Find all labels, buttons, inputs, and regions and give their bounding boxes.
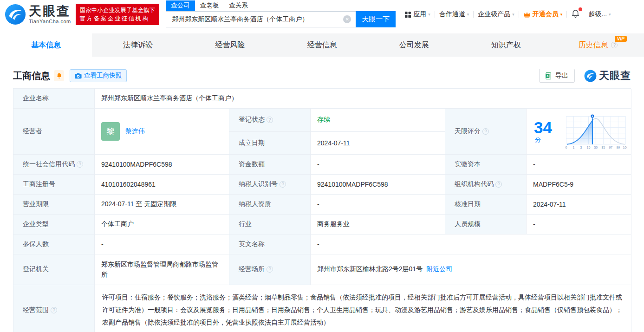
nearby-companies-link[interactable]: 附近公司 [426,265,452,273]
camera-icon [75,73,82,79]
status-badge: 存续 [317,116,330,124]
chevron-down-icon: ▾ [512,12,514,17]
notification-dot [579,7,582,11]
field-value-reg-status: 存续 [311,109,445,132]
help-icon[interactable]: ? [495,181,502,188]
logo-text: 天眼查 TianYanCha.com [29,5,71,24]
snapshot-button-label: 查看工商快照 [84,72,122,80]
tab-history-info[interactable]: VIP 历史信息 ? [552,33,644,57]
vip-badge: VIP [615,36,627,42]
section-title: 工商信息 [13,70,50,82]
search-tab-boss[interactable]: 查老板 [195,0,224,11]
field-value-biz-term: 2024-07-11 至 无固定期限 [95,195,229,215]
field-value-insured-num: - [95,234,229,254]
notifications-bell[interactable] [567,9,584,20]
field-label-reg-no: 工商注册号 [13,175,95,195]
nav-open-vip[interactable]: 开通会员 ▾ [519,10,567,19]
field-value-credit-code: 92410100MADPF6C598 [95,155,229,175]
field-label-credit-code: 统一社会信用代码 ? [13,155,95,175]
nav-super-account[interactable]: 超级... ▾ [584,10,615,19]
field-label-biz-scope: 经营范围 ? [13,285,95,332]
field-value-tyc-score: 34分 [527,109,631,155]
field-value-company-name: 郑州郑东新区顺水兰亭商务酒店（个体工商户） [95,89,631,109]
field-label-est-date: 成立日期 [229,132,311,155]
crown-icon [523,11,531,18]
chevron-down-icon: ▾ [428,12,430,17]
nav-enterprise-label: 企业级产品 [478,10,510,19]
top-nav: 应用 ▾ 合作通道 ▾ 企业级产品 ▾ 开通会员 ▾ [400,9,615,20]
svg-text:85: 85 [601,146,605,149]
field-label-biz-site: 经营场所 ? [229,254,311,285]
export-button-label: 导出 [555,72,568,80]
nav-enterprise-products[interactable]: 企业级产品 ▾ [474,10,519,19]
apps-grid-icon [404,11,411,18]
svg-text:15: 15 [587,146,591,149]
field-label-company-name: 企业名称 [13,89,95,109]
field-value-paid-capital: - [527,155,631,175]
svg-text:99: 99 [616,146,620,149]
field-value-industry: 商务服务业 [311,215,445,234]
score-distribution-chart: 0131550859799100 [563,111,627,151]
help-icon[interactable]: ? [51,307,57,313]
field-value-staff-scale: - [527,215,631,234]
field-label-org-code: 组织机构代码 ? [445,175,527,195]
chevron-down-icon: ▾ [609,12,611,17]
excel-icon: X [546,72,553,79]
help-icon[interactable]: ? [267,266,273,273]
svg-text:3: 3 [580,146,582,149]
field-value-ent-type: 个体工商户 [95,215,229,234]
bell-icon [56,72,62,79]
field-value-taxpayer-qual: - [311,195,445,215]
field-value-approve-date: 2024-07-11 [527,195,631,215]
field-value-fund-amount: - [311,155,445,175]
chevron-down-icon: ▾ [560,12,563,17]
chart-axis-ticks: 0131550859799100 [565,146,627,149]
tab-intellectual-property[interactable]: 知识产权 [460,33,552,57]
field-value-est-date: 2024-07-11 [311,132,445,155]
tab-basic-info[interactable]: 基本信息 [0,33,92,57]
export-button[interactable]: X 导出 [539,69,575,83]
field-label-tyc-score: 天眼评分 ? [445,109,527,155]
nav-super-label: 超级... [588,10,607,19]
svg-text:100: 100 [623,146,627,149]
help-icon[interactable]: ? [280,181,286,188]
search-button[interactable]: 天眼一下 [356,11,396,27]
svg-text:97: 97 [609,146,612,149]
score-number: 34分 [534,119,557,144]
search-tab-relation[interactable]: 查关系 [224,0,253,11]
tianyancha-logo[interactable]: 天眼查 TianYanCha.com [5,4,71,25]
field-label-en-name: 英文名称 [229,234,311,254]
field-label-approve-date: 核准日期 [445,195,527,215]
chart-grid [566,117,625,144]
gov-certification-badge: 国家中小企业发展子基金旗下 官方备案企业征信机构 [76,4,160,25]
tianyancha-logo-icon [5,4,26,25]
score-marker-pin-dot [592,116,593,117]
nav-vip-label: 开通会员 [533,10,559,19]
nav-apps-label: 应用 [413,10,426,19]
nav-cooperation[interactable]: 合作通道 ▾ [435,10,474,19]
tab-legal-litigation[interactable]: 法律诉讼 [92,33,184,57]
monitor-bell-button[interactable] [54,70,64,81]
field-value-biz-scope: 许可项目：住宿服务；餐饮服务；洗浴服务；酒类经营；烟草制品零售；食品销售（依法须… [95,285,631,332]
search-tab-company[interactable]: 查公司 [166,0,195,11]
gov-badge-line1: 国家中小企业发展子基金旗下 [80,6,156,14]
header-search: 查公司 查老板 查关系 ✕ 天眼一下 [166,1,396,27]
tab-history-label: 历史信息 [578,40,608,50]
field-value-reg-org: 郑东新区市场监督管理局商都路市场监管所 [95,254,229,285]
help-icon[interactable]: ? [482,128,489,135]
tab-operation-info[interactable]: 经营信息 [276,33,368,57]
view-business-snapshot-button[interactable]: 查看工商快照 [70,69,127,82]
help-icon[interactable]: ? [267,117,273,123]
tab-company-development[interactable]: 公司发展 [368,33,460,57]
field-value-en-name: - [311,234,631,254]
svg-text:0: 0 [565,146,567,149]
operator-name-link[interactable]: 黎连伟 [125,127,145,136]
nav-apps[interactable]: 应用 ▾ [400,10,435,19]
help-icon[interactable]: ? [77,161,83,168]
help-icon: ? [611,42,618,48]
search-box: ✕ 天眼一下 [166,11,396,27]
field-label-operator: 经营者 [13,109,95,155]
search-input[interactable] [166,11,356,27]
svg-text:X: X [546,74,549,77]
tab-operation-risk[interactable]: 经营风险 [184,33,276,57]
